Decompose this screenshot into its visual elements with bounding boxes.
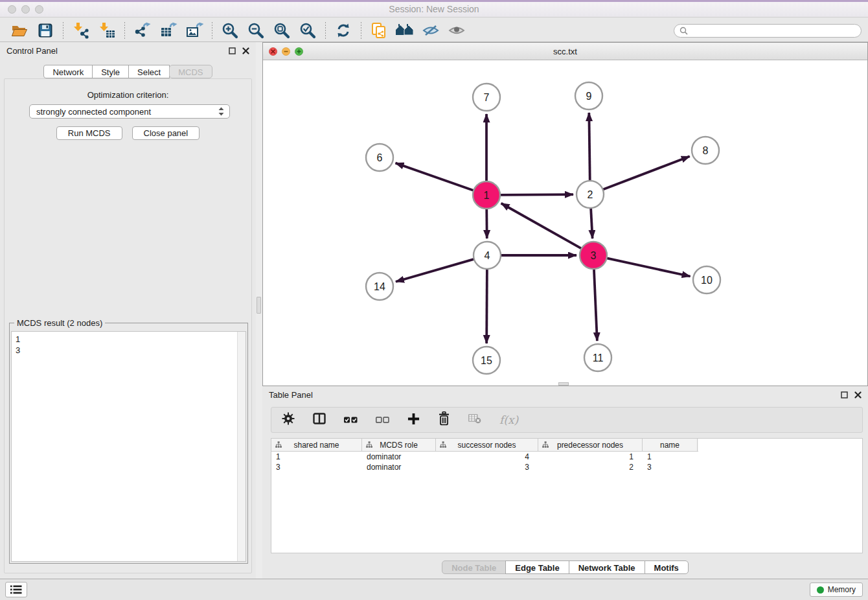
graph-node-11[interactable]: 11	[584, 344, 611, 371]
table-cell[interactable]: 3	[436, 463, 538, 472]
close-panel-button-2[interactable]: Close panel	[132, 126, 200, 140]
table-body: 1dominator4113dominator323	[271, 452, 862, 472]
zoom-selected-button[interactable]	[298, 21, 317, 40]
unselect-all-columns-button[interactable]	[376, 414, 389, 426]
graph-edge-1-6[interactable]	[396, 163, 474, 190]
import-network-button[interactable]	[71, 21, 91, 40]
graph-node-7[interactable]: 7	[473, 84, 500, 111]
table-settings-button[interactable]	[282, 412, 295, 428]
table-cell[interactable]: 3	[643, 463, 698, 472]
graph-edge-1-2[interactable]	[500, 194, 573, 195]
show-columns-button[interactable]	[313, 413, 326, 427]
graph-node-1[interactable]: 1	[473, 181, 500, 209]
delete-columns-button[interactable]	[438, 411, 450, 428]
tab-select[interactable]: Select	[128, 65, 170, 78]
graph-edge-2-3[interactable]	[591, 208, 593, 238]
graph-node-10[interactable]: 10	[693, 266, 720, 294]
close-panel-button[interactable]	[242, 47, 249, 54]
table-cell[interactable]: 4	[436, 452, 538, 461]
search-box[interactable]	[674, 24, 862, 38]
tab-style[interactable]: Style	[92, 65, 129, 78]
graph-edge-2-8[interactable]	[603, 156, 690, 189]
column-header-predecessor-nodes[interactable]: predecessor nodes	[538, 439, 643, 451]
graph-node-4[interactable]: 4	[474, 242, 501, 269]
task-history-button[interactable]	[5, 582, 27, 597]
export-image-button[interactable]	[185, 21, 204, 40]
table-cell[interactable]: 3	[271, 463, 362, 472]
network-window: scc.txt 7968124314101511	[262, 42, 868, 386]
import-table-button[interactable]	[97, 21, 117, 40]
tab-edge-table[interactable]: Edge Table	[505, 560, 569, 574]
svg-text:7: 7	[484, 92, 490, 103]
graph-edge-4-14[interactable]	[396, 259, 474, 282]
graph-edge-2-9[interactable]	[589, 113, 589, 181]
create-column-button[interactable]	[407, 413, 420, 428]
table-cell[interactable]: dominator	[362, 463, 436, 472]
home-button[interactable]	[395, 21, 415, 40]
tab-network-table[interactable]: Network Table	[569, 560, 645, 574]
network-window-titlebar: scc.txt	[263, 43, 867, 60]
table-toolbar: f(x)	[271, 407, 863, 433]
control-panel-title: Control Panel	[6, 46, 58, 56]
tab-node-table[interactable]: Node Table	[442, 560, 506, 574]
zoom-fit-button[interactable]	[272, 21, 291, 40]
float-panel-button[interactable]	[229, 47, 236, 54]
zoom-in-button[interactable]	[220, 21, 240, 40]
hierarchy-icon	[366, 441, 372, 448]
graph-node-8[interactable]: 8	[692, 137, 719, 164]
horizontal-splitter-grip[interactable]	[558, 382, 569, 386]
window-title: Session: New Session	[0, 4, 868, 14]
show-details-button[interactable]	[447, 21, 466, 40]
memory-button[interactable]: Memory	[810, 583, 863, 597]
network-graph-canvas[interactable]: 7968124314101511	[263, 60, 867, 386]
close-table-panel-button[interactable]	[854, 391, 862, 398]
graph-edge-4-15[interactable]	[486, 269, 487, 343]
status-bar: Memory	[0, 579, 868, 600]
delete-table-button[interactable]	[468, 413, 481, 426]
column-header-MCDS-role[interactable]: MCDS role	[362, 439, 436, 451]
save-session-button[interactable]	[36, 21, 55, 40]
svg-text:15: 15	[481, 355, 492, 366]
column-header-successor-nodes[interactable]: successor nodes	[436, 439, 538, 451]
graph-node-9[interactable]: 9	[575, 82, 602, 110]
mcds-result-list[interactable]: 13	[11, 331, 246, 562]
splitter-grip[interactable]	[257, 297, 261, 314]
tab-network[interactable]: Network	[43, 65, 93, 78]
table-row[interactable]: 1dominator411	[271, 452, 862, 462]
graph-edge-3-11[interactable]	[594, 269, 597, 341]
hierarchy-icon	[275, 441, 282, 448]
hide-details-button[interactable]	[421, 21, 440, 40]
graph-node-14[interactable]: 14	[366, 273, 393, 300]
float-table-panel-button[interactable]	[841, 391, 848, 398]
table-cell[interactable]: 1	[271, 452, 362, 461]
column-header-shared-name[interactable]: shared name	[271, 439, 362, 451]
graph-node-3[interactable]: 3	[580, 242, 607, 269]
result-scrollbar[interactable]	[237, 332, 246, 561]
table-cell[interactable]: 2	[538, 463, 643, 472]
open-session-button[interactable]	[10, 21, 29, 40]
export-network-button[interactable]	[133, 21, 152, 40]
copy-view-button[interactable]	[369, 21, 389, 40]
function-builder-button[interactable]: f(x)	[499, 413, 518, 426]
table-cell[interactable]: 1	[538, 452, 643, 461]
hierarchy-icon	[440, 441, 446, 448]
optimization-select[interactable]: strongly connected component	[29, 104, 230, 119]
run-mcds-button[interactable]: Run MCDS	[56, 126, 122, 140]
tab-motifs[interactable]: Motifs	[645, 560, 689, 574]
graph-node-6[interactable]: 6	[366, 144, 393, 171]
tab-mcds[interactable]: MCDS	[169, 65, 212, 78]
table-row[interactable]: 3dominator323	[271, 462, 862, 472]
vertical-splitter[interactable]	[256, 42, 262, 579]
graph-edge-3-10[interactable]	[607, 258, 691, 276]
graph-node-15[interactable]: 15	[473, 347, 500, 374]
refresh-layout-button[interactable]	[334, 21, 353, 40]
search-input[interactable]	[691, 25, 856, 36]
zoom-out-button[interactable]	[246, 21, 266, 40]
select-all-columns-button[interactable]	[344, 414, 358, 426]
graph-edge-3-1[interactable]	[501, 203, 582, 249]
table-cell[interactable]: dominator	[362, 452, 436, 461]
table-cell[interactable]: 1	[643, 452, 698, 461]
export-table-button[interactable]	[159, 21, 178, 40]
graph-node-2[interactable]: 2	[577, 181, 604, 208]
column-header-name[interactable]: name	[643, 439, 698, 451]
